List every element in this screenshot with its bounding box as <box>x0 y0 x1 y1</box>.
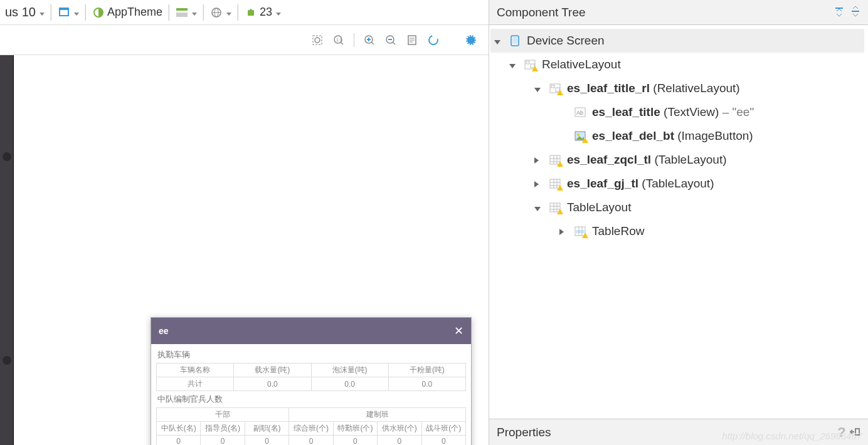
svg-line-15 <box>341 42 343 45</box>
design-pane: us 10 AppTheme <box>0 0 489 445</box>
expand-toggle[interactable] <box>534 153 543 167</box>
layout-preview-popup[interactable]: ee ✕ 执勤车辆 车辆名称 载水量(吨) 泡沫量(吨) 干粉量(吨) 共计 <box>151 317 472 445</box>
tree-node-tablelayout[interactable]: TableLayout <box>490 196 864 219</box>
tree-node-title-rl[interactable]: es_leaf_title_rl (RelativeLayout) <box>490 76 864 100</box>
orientation-selector[interactable] <box>55 4 82 20</box>
collapse-icon[interactable] <box>834 6 844 19</box>
node-label: es_leaf_title_rl (RelativeLayout) <box>567 81 740 95</box>
screenshot-button[interactable] <box>403 31 421 49</box>
table-row: 干部 建制班 <box>157 408 466 422</box>
separator <box>51 4 51 21</box>
toolbar-zoom: 1:1 <box>0 25 489 55</box>
svg-point-12 <box>315 38 320 43</box>
table-row: 共计 0.0 0.0 0.0 <box>157 377 466 391</box>
separator <box>203 4 204 21</box>
tablelayout-icon <box>548 154 562 165</box>
help-icon[interactable]: ? <box>837 424 845 440</box>
svg-rect-33 <box>531 64 534 68</box>
panel-title: Component Tree <box>497 6 586 19</box>
node-label: es_leaf_del_bt (ImageButton) <box>592 129 753 143</box>
svg-rect-1 <box>60 8 68 10</box>
expand-icon[interactable] <box>850 6 860 19</box>
expand-toggle[interactable] <box>509 58 518 71</box>
settings-button[interactable] <box>462 31 480 49</box>
refresh-icon <box>426 33 440 47</box>
expand-toggle[interactable] <box>534 201 543 214</box>
node-label: es_leaf_gj_tl (TableLayout) <box>567 177 714 191</box>
node-label: es_leaf_title (TextView) – "ee" <box>592 105 754 119</box>
gutter-marker <box>3 152 11 161</box>
textview-icon: Ab <box>573 107 587 118</box>
tablelayout-icon <box>548 178 562 189</box>
gear-icon <box>466 35 476 45</box>
personnel-table: 干部 建制班 中队长(名)指导员(名)副职(名) 综合班(个)特勤班(个)供水班… <box>156 407 466 445</box>
close-icon[interactable]: ✕ <box>454 324 463 338</box>
separator <box>238 4 238 21</box>
separator <box>354 33 354 47</box>
tree-node-tablerow[interactable]: TableRow <box>490 219 864 243</box>
expand-toggle[interactable] <box>494 34 503 48</box>
toolbar-config: us 10 AppTheme <box>0 0 489 25</box>
table-row: 中队长(名)指导员(名)副职(名) 综合班(个)特勤班(个)供水班(个)战斗班(… <box>157 422 466 436</box>
expand-toggle[interactable] <box>534 177 543 191</box>
svg-rect-30 <box>512 37 517 43</box>
zoom-actual-button[interactable]: 1:1 <box>330 31 347 49</box>
svg-rect-60 <box>855 429 859 435</box>
svg-rect-8 <box>248 11 254 16</box>
expand-toggle[interactable] <box>559 224 568 238</box>
tree-node-gj-table[interactable]: es_leaf_gj_tl (TableLayout) <box>490 172 864 196</box>
tree-root[interactable]: Device Screen <box>490 29 864 53</box>
api-label: 23 <box>260 6 272 19</box>
svg-rect-35 <box>551 85 554 88</box>
design-canvas[interactable]: ee ✕ 执勤车辆 车辆名称 载水量(吨) 泡沫量(吨) 干粉量(吨) 共计 <box>0 55 489 445</box>
layout-icon <box>523 59 537 70</box>
popup-body: 执勤车辆 车辆名称 载水量(吨) 泡沫量(吨) 干粉量(吨) 共计 0.0 0.… <box>151 344 471 445</box>
svg-line-22 <box>393 42 395 45</box>
device-selector[interactable]: us 10 <box>3 4 47 21</box>
node-label: es_leaf_zqcl_tl (TableLayout) <box>567 153 727 167</box>
svg-rect-41 <box>550 155 560 164</box>
api-selector[interactable]: 23 <box>242 4 283 20</box>
svg-rect-3 <box>176 8 188 11</box>
tree-node-zqcl-table[interactable]: es_leaf_zqcl_tl (TableLayout) <box>490 148 864 172</box>
vehicles-table: 车辆名称 载水量(吨) 泡沫量(吨) 干粉量(吨) 共计 0.0 0.0 0.0 <box>156 363 466 391</box>
svg-rect-4 <box>176 13 188 17</box>
tree-node-del-button[interactable]: es_leaf_del_bt (ImageButton) <box>490 124 864 148</box>
theme-icon <box>92 6 105 19</box>
section-title: 执勤车辆 <box>156 347 466 363</box>
restore-icon[interactable] <box>849 426 860 439</box>
node-label: TableRow <box>592 224 644 238</box>
tree-node-title-textview[interactable]: Ab es_leaf_title (TextView) – "ee" <box>490 100 864 124</box>
table-row: 车辆名称 载水量(吨) 泡沫量(吨) 干粉量(吨) <box>157 364 466 377</box>
layout-variant-selector[interactable] <box>173 4 199 20</box>
node-label: Device Screen <box>527 34 605 48</box>
tree-node-relativelayout[interactable]: RelativeLayout <box>490 53 864 76</box>
popup-title-text: ee <box>159 326 169 336</box>
component-tree[interactable]: Device Screen RelativeLayout es_leaf_tit… <box>489 25 868 419</box>
expand-toggle[interactable] <box>534 81 543 95</box>
locale-selector[interactable] <box>208 4 234 20</box>
refresh-button[interactable] <box>425 31 442 49</box>
tablelayout-icon <box>548 202 562 213</box>
theme-selector[interactable]: AppTheme <box>90 4 165 20</box>
svg-rect-32 <box>526 61 529 64</box>
zoom-in-button[interactable] <box>361 31 378 49</box>
globe-icon <box>210 6 223 19</box>
imagebutton-icon <box>573 130 587 142</box>
svg-text:Ab: Ab <box>576 110 583 116</box>
zoom-fit-button[interactable] <box>309 31 326 49</box>
node-label: TableLayout <box>567 201 631 214</box>
separator <box>85 4 86 21</box>
structure-pane: Component Tree Device Screen RelativeLay… <box>489 0 868 445</box>
svg-line-19 <box>371 42 374 45</box>
svg-rect-36 <box>556 88 559 92</box>
orientation-icon <box>58 6 70 19</box>
zoom-out-button[interactable] <box>382 31 400 49</box>
theme-label: AppTheme <box>107 6 162 19</box>
section-title: 中队编制官兵人数 <box>156 391 466 407</box>
layout-icon <box>548 83 562 94</box>
svg-text:1:1: 1:1 <box>336 38 342 42</box>
table-row: 000 0000 <box>157 436 466 446</box>
node-label: RelativeLayout <box>542 58 621 71</box>
separator <box>169 4 169 21</box>
